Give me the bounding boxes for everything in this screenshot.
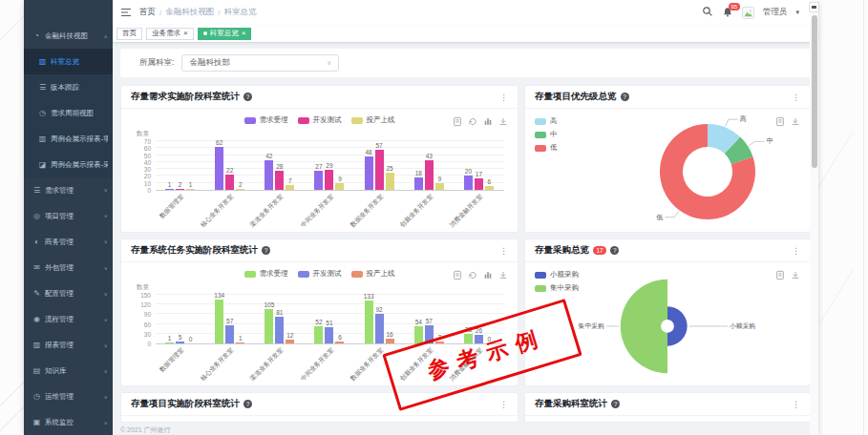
department-select[interactable]: 金融科技部 ∨ [181, 54, 339, 72]
help-icon[interactable]: ? [243, 93, 252, 101]
sidebar-item-知识库[interactable]: ▤知识库∨ [24, 358, 113, 383]
bar: 1 [165, 342, 174, 343]
sidebar-item-label: 需求管理 [45, 186, 74, 196]
bar: 57 [425, 325, 434, 343]
breadcrumb: 首页/金融科技视图/科室总览 [139, 7, 256, 18]
close-icon[interactable]: × [183, 30, 188, 37]
bar: 28 [464, 334, 473, 343]
sidebar-item-周例会展示报表-采购[interactable]: ◪周例会展示报表-采购 [24, 152, 113, 177]
sidebar-item-需求管理[interactable]: ☰需求管理∨ [24, 177, 113, 203]
bar-value: 105 [264, 301, 274, 308]
bar: 48 [365, 156, 373, 190]
slice-label: 高 [740, 115, 747, 122]
navbar-right: 95 管理员 ▾ [702, 4, 811, 21]
tab-首页[interactable]: 首页 [116, 28, 142, 40]
help-icon[interactable]: ? [610, 246, 619, 255]
sidebar-item-金融科技视图[interactable]: ◔金融科技视图∧ [24, 23, 113, 49]
x-axis-label: 创新业务开发室 [398, 193, 435, 230]
sidebar-item-商务管理[interactable]: ◐商务管理∨ [24, 229, 113, 255]
bar-value: 18 [415, 170, 422, 176]
more-icon[interactable]: ⋮ [792, 93, 800, 102]
chevron-down-icon: ∨ [104, 214, 108, 219]
sidebar-item-系统监控[interactable]: ▣系统监控∨ [24, 409, 113, 435]
avatar[interactable] [742, 7, 754, 19]
bar-value: 2 [179, 181, 182, 188]
bar: 17 [475, 178, 483, 190]
x-axis-label: 核心业务开发室 [200, 193, 237, 230]
scrollbar-thumb[interactable] [812, 15, 817, 168]
select-value: 金融科技部 [189, 57, 230, 69]
sidebar-item-报表管理[interactable]: ▥报表管理∨ [24, 332, 113, 358]
sidebar-item-版本跟踪[interactable]: ☰版本跟踪 [24, 74, 113, 100]
sidebar-item-配置管理[interactable]: ✎配置管理∨ [24, 280, 113, 306]
bar-value: 57 [226, 318, 233, 324]
sidebar-item-流程管理[interactable]: ◉流程管理∨ [24, 306, 113, 332]
tab-科室总览[interactable]: 科室总览× [198, 28, 252, 40]
bar-value: 17 [476, 171, 482, 177]
more-icon[interactable]: ⋮ [499, 400, 508, 409]
x-axis-label: 渠道业务开发室 [249, 193, 286, 230]
bar-group: 20176消费金融开发室 [455, 141, 504, 190]
scroll-widget-icon[interactable] [809, 2, 819, 12]
bar-value: 9 [437, 176, 441, 182]
target-icon: ◎ [32, 212, 41, 220]
bar: 1 [186, 189, 195, 190]
scrollbar[interactable] [810, 0, 818, 435]
bar-group: 18439创新业务开发室 [405, 141, 455, 190]
y-tick-label: 30 [144, 166, 151, 173]
chevron-down-icon: ∨ [104, 368, 108, 374]
breadcrumb-item[interactable]: 首页 [139, 7, 156, 18]
tab-bar: 首页业务需求×科室总览× [113, 25, 818, 43]
search-icon[interactable] [702, 4, 713, 21]
chevron-up-icon: ∧ [104, 33, 108, 39]
x-axis-label: 渠道业务开发室 [249, 346, 286, 383]
breadcrumb-item[interactable]: 金融科技视图 [165, 7, 214, 18]
close-icon[interactable]: × [242, 30, 246, 37]
user-name[interactable]: 管理员 [763, 7, 788, 18]
help-icon[interactable]: ? [621, 93, 629, 101]
card-header: 存量采购科室统计 ? ⋮ [525, 393, 810, 416]
svg-text:小额采购: 小额采购 [730, 322, 756, 330]
sidebar-item-科室总览[interactable]: ▥科室总览 [24, 49, 113, 74]
sidebar-item-外包管理[interactable]: ✉外包管理∨ [24, 255, 113, 280]
hamburger-icon[interactable] [120, 7, 132, 18]
sidebar-item-需求周期视图[interactable]: ◷需求周期视图 [24, 100, 113, 126]
notification-bell-icon[interactable]: 95 [722, 7, 733, 18]
help-icon[interactable]: ? [262, 246, 270, 255]
card-body: 高中低 高中低 [525, 109, 810, 231]
bar-value: 12 [286, 332, 293, 339]
bar-value: 133 [364, 293, 374, 300]
card-title: 存量项目实施阶段科室统计 [131, 398, 240, 410]
sidebar-item-运维管理[interactable]: ◷运维管理∨ [24, 383, 113, 409]
help-icon[interactable]: ? [611, 400, 620, 408]
bar-value: 20 [465, 168, 472, 175]
sidebar-item-label: 外包管理 [45, 263, 74, 273]
chevron-down-icon: ∨ [104, 291, 108, 297]
help-icon[interactable]: ? [243, 400, 252, 408]
bar: 22 [225, 175, 234, 190]
sidebar-item-周例会展示报表-项目[interactable]: ▥周例会展示报表-项目 [24, 126, 113, 152]
breadcrumb-item[interactable]: 科室总览 [223, 7, 256, 18]
more-icon[interactable]: ⋮ [499, 246, 508, 256]
sidebar-item-label: 流程管理 [45, 315, 74, 324]
card-header: 存量采购总览 17 ? ⋮ [525, 239, 810, 262]
tab-业务需求[interactable]: 业务需求× [146, 28, 194, 40]
bar-value: 6 [488, 178, 492, 185]
breadcrumb-separator: / [159, 9, 161, 17]
card-project-priority: 存量项目优先级总览 ? ⋮ 高中低 高中低 [524, 85, 811, 233]
bar-group: 121数据管理室 [156, 141, 205, 190]
sidebar-item-label: 项目管理 [45, 212, 74, 221]
more-icon[interactable]: ⋮ [499, 93, 508, 102]
bar-value: 28 [465, 326, 472, 333]
sidebar-item-项目管理[interactable]: ◎项目管理∨ [24, 203, 113, 229]
bar-group: 1058112渠道业务开发室 [255, 295, 305, 343]
bar: 51 [325, 327, 333, 343]
sidebar-item-label: 系统监控 [45, 418, 74, 427]
y-tick-label: 10 [144, 179, 151, 186]
sidebar-item-label: 金融科技视图 [45, 31, 88, 41]
more-icon[interactable]: ⋮ [792, 400, 800, 409]
count-badge: 17 [593, 246, 606, 255]
more-icon[interactable]: ⋮ [792, 246, 800, 256]
bar: 9 [335, 183, 344, 190]
bar: 29 [325, 170, 333, 190]
